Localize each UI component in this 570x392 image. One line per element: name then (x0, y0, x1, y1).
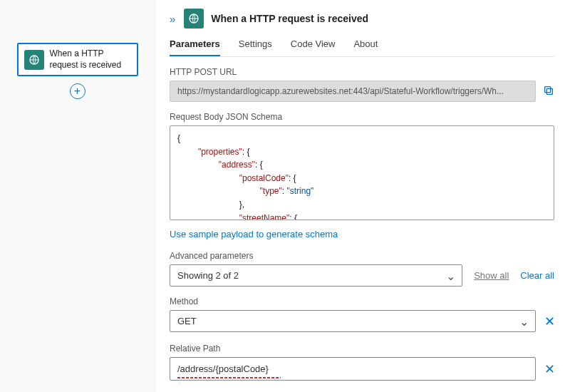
advanced-params-select[interactable]: Showing 2 of 2 (170, 264, 462, 287)
trigger-node-http-request[interactable]: When a HTTP request is received (17, 43, 138, 76)
advanced-params-label: Advanced parameters (170, 251, 554, 261)
schema-label: Request Body JSON Schema (170, 112, 554, 122)
tab-code-view[interactable]: Code View (291, 38, 336, 56)
relative-path-input[interactable] (170, 357, 536, 381)
svg-rect-3 (545, 86, 551, 92)
trigger-node-label: When a HTTP request is received (50, 48, 131, 71)
tab-about[interactable]: About (353, 38, 378, 56)
http-url-value[interactable]: https://mystandardlogicapp.azurewebsites… (170, 81, 536, 102)
schema-editor[interactable]: { "properties": { "address": { "postalCo… (170, 125, 554, 220)
http-trigger-icon (184, 9, 204, 29)
collapse-panel-icon[interactable]: » (170, 13, 177, 25)
add-step-button[interactable]: + (70, 83, 86, 99)
sample-payload-link[interactable]: Use sample payload to generate schema (170, 229, 554, 239)
method-label: Method (170, 296, 554, 306)
http-trigger-icon (24, 50, 44, 70)
remove-relpath-button[interactable]: ✕ (544, 361, 554, 377)
clear-all-link[interactable]: Clear all (520, 270, 554, 281)
details-panel: » When a HTTP request is received Parame… (155, 0, 570, 392)
workflow-canvas: When a HTTP request is received + (0, 0, 155, 392)
panel-tabs: Parameters Settings Code View About (170, 38, 554, 57)
show-all-link[interactable]: Show all (474, 270, 509, 281)
remove-method-button[interactable]: ✕ (544, 314, 554, 329)
tab-parameters[interactable]: Parameters (170, 38, 220, 56)
relative-path-label: Relative Path (170, 344, 554, 354)
method-select[interactable]: GET (170, 310, 536, 332)
panel-title: When a HTTP request is received (211, 13, 368, 24)
svg-rect-2 (546, 88, 552, 94)
http-url-label: HTTP POST URL (170, 67, 554, 77)
tab-settings[interactable]: Settings (239, 38, 272, 56)
copy-url-icon[interactable] (543, 85, 554, 98)
